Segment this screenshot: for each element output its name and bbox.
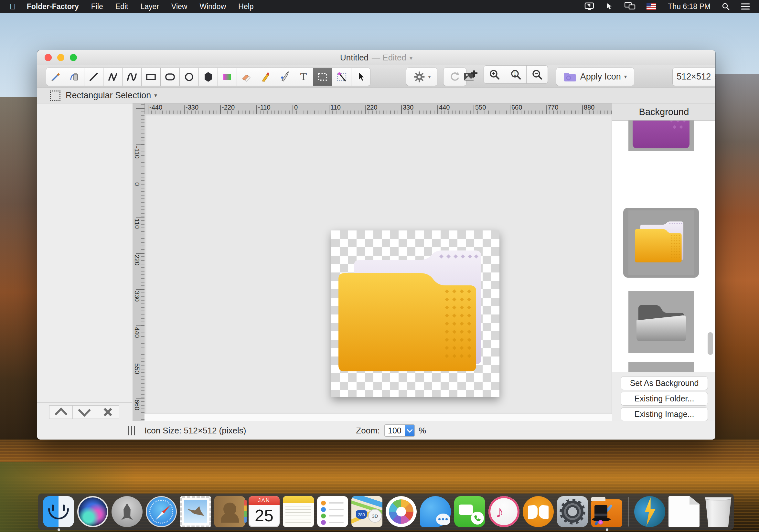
- ruler-label: 220: [133, 255, 140, 265]
- dock-item-finder[interactable]: [43, 496, 74, 527]
- zoom-dropdown-button[interactable]: [405, 425, 415, 436]
- dock-item-books[interactable]: [523, 496, 554, 527]
- knife-icon[interactable]: [275, 67, 294, 86]
- gear-icon: [413, 70, 426, 83]
- chevron-down-icon: [78, 404, 91, 417]
- magic-selection-icon[interactable]: [332, 67, 351, 86]
- horizontal-scrollbar[interactable]: [144, 414, 612, 421]
- layers-panel-footer: [37, 402, 132, 421]
- apply-image-button[interactable]: [459, 67, 482, 85]
- menu-item-layer[interactable]: Layer: [140, 2, 159, 11]
- search-icon[interactable]: [722, 2, 730, 11]
- ruler-label: 660: [511, 104, 522, 111]
- selection-mode-label[interactable]: Rectangular Selection: [66, 91, 151, 100]
- screen-share-icon[interactable]: [584, 2, 594, 11]
- menu-item-file[interactable]: File: [91, 2, 103, 11]
- thumbnail-purple-folder[interactable]: [628, 121, 694, 151]
- dock-item-document[interactable]: [668, 496, 699, 527]
- dock-item-contacts[interactable]: [214, 496, 245, 527]
- dock-item-safari[interactable]: [146, 496, 177, 527]
- cursor-arrow-icon[interactable]: [351, 67, 371, 86]
- running-indicator: [58, 528, 60, 531]
- yellow-folder-thumb-icon: [633, 214, 690, 271]
- polygon-icon[interactable]: [199, 67, 218, 86]
- dock-item-folder-factory[interactable]: [591, 496, 622, 527]
- zoom-in-icon[interactable]: [484, 65, 505, 84]
- rounded-rectangle-icon[interactable]: [161, 67, 180, 86]
- displays-icon[interactable]: [624, 2, 635, 11]
- app-menu-title[interactable]: Folder-Factory: [27, 2, 79, 11]
- ellipse-icon[interactable]: [180, 67, 199, 86]
- thumbnail-gray-folder[interactable]: [628, 291, 694, 353]
- zoom-out-icon[interactable]: [527, 65, 548, 84]
- app-window: Untitled — Edited ▾: [37, 50, 715, 439]
- icon-canvas[interactable]: [331, 230, 499, 397]
- dock-item-mail[interactable]: [180, 496, 211, 527]
- text-icon[interactable]: T: [294, 67, 313, 86]
- title-chevron-icon[interactable]: ▾: [410, 55, 413, 62]
- scrollbar-thumb[interactable]: [708, 332, 713, 355]
- ruler-label: 330: [403, 104, 414, 111]
- background-list-scrollbar[interactable]: [705, 121, 715, 372]
- dock-item-system-preferences[interactable]: [557, 496, 588, 527]
- existing-image-button[interactable]: Existing Image...: [620, 407, 708, 421]
- background-list[interactable]: [612, 121, 715, 372]
- us-flag-icon[interactable]: [647, 3, 656, 10]
- chevron-down-icon: ▾: [624, 73, 627, 80]
- gear-menu-button[interactable]: ▾: [406, 67, 437, 86]
- move-up-button[interactable]: [49, 405, 73, 419]
- curve-icon[interactable]: [123, 67, 141, 86]
- gradient-icon[interactable]: [218, 67, 237, 86]
- eyedropper-icon[interactable]: [46, 67, 65, 86]
- paint-bucket-icon[interactable]: [65, 67, 84, 86]
- rect-selection-icon[interactable]: [313, 67, 332, 86]
- dock-item-trash[interactable]: [703, 496, 734, 527]
- icon-size-stepper[interactable]: 512×512 ▴▾: [672, 67, 715, 86]
- itunes-icon: ♪: [489, 496, 519, 527]
- delete-button[interactable]: [96, 405, 119, 419]
- thumbnail-yellow-folder-selected[interactable]: [623, 208, 699, 278]
- cursor-icon[interactable]: [605, 2, 614, 11]
- apple-menu[interactable]: : [10, 2, 16, 11]
- notification-center-icon[interactable]: [741, 3, 750, 10]
- dock-item-reminders[interactable]: [317, 496, 348, 527]
- menu-clock[interactable]: Thu 6:18 PM: [668, 2, 710, 11]
- ruler-label: 440: [133, 327, 140, 338]
- rectangle-icon[interactable]: [141, 67, 161, 86]
- dock-item-messages[interactable]: [420, 496, 451, 527]
- dock-item-launchpad[interactable]: [111, 496, 142, 527]
- dock-item-lightning-app[interactable]: [634, 496, 665, 527]
- dock-item-siri[interactable]: [77, 496, 108, 527]
- ruler-label: 0: [294, 104, 298, 111]
- dock-item-calendar[interactable]: JAN 25: [249, 496, 280, 527]
- dock-item-itunes[interactable]: ♪: [489, 496, 519, 527]
- eraser-icon[interactable]: [237, 67, 256, 86]
- drag-handle-icon[interactable]: [128, 426, 138, 436]
- menu-item-view[interactable]: View: [171, 2, 187, 11]
- apply-icon-button[interactable]: Apply Icon ▾: [556, 67, 634, 86]
- pencil-icon[interactable]: [256, 67, 275, 86]
- calendar-day: 25: [249, 505, 280, 526]
- icon-size-value: 512×512: [677, 72, 711, 82]
- dock-item-facetime[interactable]: [454, 496, 485, 527]
- mail-icon: [180, 496, 211, 527]
- chevron-up-icon: [55, 407, 67, 421]
- menu-item-edit[interactable]: Edit: [115, 2, 128, 11]
- existing-folder-button[interactable]: Existing Folder...: [620, 392, 708, 406]
- dock-item-maps[interactable]: 280 3D: [351, 496, 382, 527]
- menu-item-help[interactable]: Help: [238, 2, 254, 11]
- zoom-combobox[interactable]: 100: [384, 424, 415, 437]
- ruler-label: 220: [367, 104, 377, 111]
- move-down-button[interactable]: [73, 405, 96, 419]
- chevron-down-icon[interactable]: ▾: [154, 92, 157, 99]
- ruler-label: 880: [584, 104, 594, 111]
- dock-item-photos[interactable]: [386, 496, 417, 527]
- thumbnail-classic-folder[interactable]: [628, 362, 694, 372]
- dock-item-notes[interactable]: [283, 496, 314, 527]
- canvas-viewport[interactable]: [144, 114, 612, 414]
- menu-item-window[interactable]: Window: [199, 2, 226, 11]
- set-as-background-button[interactable]: Set As Background: [620, 376, 708, 390]
- zigzag-icon[interactable]: [103, 67, 123, 86]
- line-icon[interactable]: [84, 67, 103, 86]
- zoom-actual-icon[interactable]: 1: [505, 65, 527, 84]
